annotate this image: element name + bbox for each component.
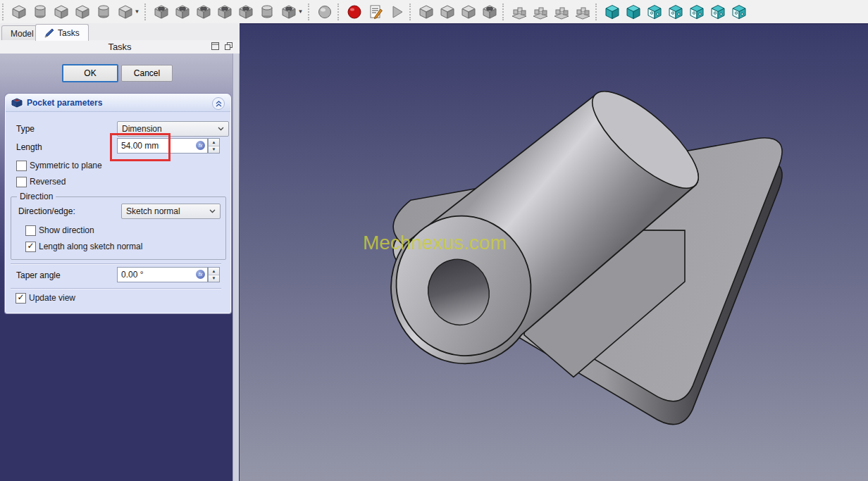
dropdown-arrow-icon[interactable]: ▼ [135,8,140,15]
length-value: 54.00 mm [121,141,159,151]
show-direction-label: Show direction [39,225,94,235]
taper-angle-input[interactable]: 0.00 ° [117,267,208,282]
toolbar-handle[interactable] [595,4,600,20]
pen-icon [44,28,54,38]
ok-button-label: OK [84,68,96,78]
direction-edge-combobox[interactable]: Sketch normal [121,204,221,219]
toolbar-handle[interactable] [144,4,149,20]
length-spinbuttons[interactable]: ▲ ▼ [208,138,220,154]
subtractive-pipe-icon[interactable] [235,2,256,22]
show-direction-checkbox[interactable] [25,225,36,236]
direction-groupbox: Direction Direction/edge: Sketch normal … [11,196,226,260]
polar-pattern-icon[interactable] [551,2,572,22]
type-label: Type [16,124,35,134]
cancel-button-label: Cancel [134,68,160,78]
length-along-checkmark: ✓ [27,241,34,251]
tab-model-label: Model [11,29,34,39]
toolbar-handle[interactable] [409,4,414,20]
pocket-icon[interactable] [151,2,172,22]
direction-edge-label: Direction/edge: [18,206,75,216]
dialog-title: Pocket parameters [27,98,102,108]
tab-tasks-label: Tasks [58,28,80,38]
length-along-checkbox[interactable]: ✓ [25,242,36,252]
type-combobox[interactable]: Dimension [117,121,229,137]
main-toolbar: ▼▼ [0,0,868,23]
toolbar-handle[interactable] [2,4,6,20]
3d-viewport[interactable]: Mechnexus.com [240,23,868,481]
length-input[interactable]: 54.00 mm [117,138,208,154]
subtractive-primitive-icon[interactable]: ▼ [278,2,306,22]
type-value: Dimension [122,124,162,134]
toolbar-group [602,2,750,22]
boolean-operation-icon[interactable] [314,2,335,22]
float-panel-icon[interactable] [225,42,232,50]
pocket-icon [11,98,23,108]
macro-execute-icon[interactable] [386,2,407,22]
view-cube-5-icon[interactable] [686,2,707,22]
dock-panel-icon[interactable] [211,42,219,50]
additive-primitive-icon[interactable]: ▼ [114,2,142,22]
additive-pipe-icon[interactable] [72,2,93,22]
fillet-icon[interactable] [416,2,437,22]
subtractive-loft-icon[interactable] [214,2,235,22]
update-view-label: Update view [29,293,75,303]
tasks-title: Tasks [108,42,131,52]
panel-scrollbar[interactable] [232,54,239,481]
expression-editor-icon[interactable]: fx [196,270,205,279]
length-along-label: Length along sketch normal [39,242,142,251]
dialog-header[interactable]: Pocket parameters [6,94,230,112]
multi-transform-icon[interactable] [572,2,593,22]
length-label: Length [16,142,42,152]
tab-tasks[interactable]: Tasks [35,24,89,41]
expression-editor-icon[interactable]: fx [196,141,205,150]
collapse-button[interactable] [212,97,225,110]
view-cube-1-icon[interactable] [602,2,623,22]
taper-angle-value: 0.00 ° [121,270,144,280]
linear-pattern-icon[interactable] [530,2,551,22]
subtractive-helix-icon[interactable] [256,2,278,22]
groove-icon[interactable] [193,2,214,22]
view-cube-3-icon[interactable] [644,2,665,22]
toolbar-handle[interactable] [502,4,507,20]
ok-button[interactable]: OK [62,64,118,82]
mirrored-icon[interactable] [509,2,530,22]
thickness-icon[interactable] [479,2,500,22]
chevron-down-icon [209,209,216,213]
additive-helix-icon[interactable] [93,2,114,22]
separator [11,263,221,265]
pad-icon[interactable] [8,2,30,22]
reversed-label: Reversed [30,177,66,187]
view-cube-6-icon[interactable] [707,2,728,22]
view-cube-4-icon[interactable] [665,2,686,22]
chamfer-icon[interactable] [437,2,458,22]
tasks-titlebar: Tasks [0,40,240,54]
macro-edit-icon[interactable] [365,2,386,22]
direction-edge-value: Sketch normal [126,206,180,216]
update-view-checkbox[interactable]: ✓ [16,293,26,304]
toolbar-group [509,2,593,22]
spin-up-icon[interactable]: ▲ [209,268,219,275]
spin-down-icon[interactable]: ▼ [209,146,219,154]
taper-angle-label: Taper angle [16,270,61,280]
chevron-up-icon [216,101,222,107]
separator [11,288,221,289]
dropdown-arrow-icon[interactable]: ▼ [298,8,304,15]
taper-spinbuttons[interactable]: ▲ ▼ [208,267,220,282]
additive-loft-icon[interactable] [51,2,72,22]
view-cube-7-icon[interactable] [728,2,750,22]
reversed-checkbox[interactable] [16,177,27,187]
update-view-checkmark: ✓ [17,292,24,302]
revolution-icon[interactable] [30,2,51,22]
draft-icon[interactable] [458,2,479,22]
view-cube-2-icon[interactable] [623,2,644,22]
pocket-parameters-dialog: Pocket parameters Type Dimension Length [5,94,231,313]
cancel-button[interactable]: Cancel [121,65,173,82]
symmetric-checkbox[interactable] [16,161,27,171]
hole-icon[interactable] [172,2,193,22]
toolbar-handle[interactable] [308,4,312,20]
spin-down-icon[interactable]: ▼ [209,275,219,282]
macro-record-icon[interactable] [344,2,365,22]
toolbar-handle[interactable] [337,4,342,20]
freecad-window: ▼▼ Model Tasks Tasks [0,0,868,481]
spin-up-icon[interactable]: ▲ [209,139,219,146]
